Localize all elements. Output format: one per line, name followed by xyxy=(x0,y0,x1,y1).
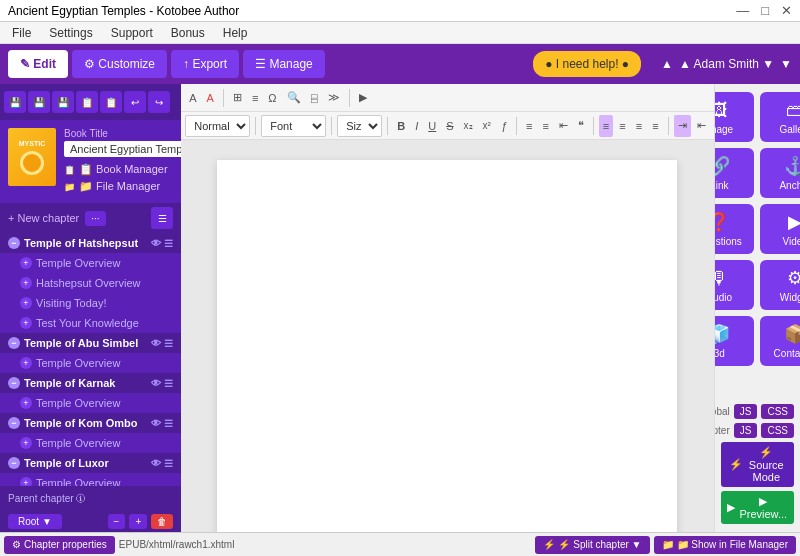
image-button[interactable]: 🖼 Image xyxy=(714,92,755,142)
bold-button[interactable]: B xyxy=(393,115,409,137)
tb-icon-1[interactable]: A xyxy=(185,87,200,109)
chapter-menu-icon-kom[interactable]: ☰ xyxy=(164,418,173,429)
maximize-button[interactable]: □ xyxy=(761,3,769,18)
widget-button[interactable]: ⚙ Widget xyxy=(760,260,800,310)
chapter-menu-icon-luxor[interactable]: ☰ xyxy=(164,458,173,469)
menu-settings[interactable]: Settings xyxy=(41,24,100,42)
strikethrough-button[interactable]: S xyxy=(442,115,457,137)
list-unordered[interactable]: ≡ xyxy=(538,115,552,137)
chapter-menu-icon-karnak[interactable]: ☰ xyxy=(164,378,173,389)
outdent[interactable]: ⇤ xyxy=(555,115,572,137)
chapter-abu-simbel[interactable]: − Temple of Abu Simbel 👁 ☰ xyxy=(0,333,181,353)
minimize-button[interactable]: — xyxy=(736,3,749,18)
user-button[interactable]: ▲ ▲ Adam Smith ▼ ▼ xyxy=(661,57,792,71)
chapter-menu-icon[interactable]: ☰ xyxy=(164,238,173,249)
show-file-button[interactable]: 📁 📁 Show in File Manager xyxy=(654,536,797,554)
chapter-temple-overview-kom[interactable]: + Temple Overview xyxy=(0,433,181,453)
tb-rows[interactable]: ≡ xyxy=(248,87,262,109)
sidebar-tool-2[interactable]: 💾 xyxy=(28,91,50,113)
chapter-luxor[interactable]: − Temple of Luxor 👁 ☰ xyxy=(0,453,181,473)
align-center[interactable]: ≡ xyxy=(615,115,629,137)
menu-file[interactable]: File xyxy=(4,24,39,42)
tb-insert[interactable]: ⌸ xyxy=(307,87,322,109)
menu-bonus[interactable]: Bonus xyxy=(163,24,213,42)
close-button[interactable]: ✕ xyxy=(781,3,792,18)
chapter-eye-icon-karnak[interactable]: 👁 xyxy=(151,378,161,389)
video-button[interactable]: ▶ Video xyxy=(760,204,800,254)
chapter-eye-icon-kom[interactable]: 👁 xyxy=(151,418,161,429)
chapter-visiting[interactable]: + Visiting Today! xyxy=(0,293,181,313)
sidebar-tool-1[interactable]: 💾 xyxy=(4,91,26,113)
sidebar-plus-btn[interactable]: + xyxy=(129,514,147,529)
link-button[interactable]: 🔗 Link xyxy=(714,148,755,198)
questions-button[interactable]: ❓ Questions xyxy=(714,204,755,254)
sidebar-tool-4[interactable]: 📋 xyxy=(76,91,98,113)
superscript-button[interactable]: x² xyxy=(479,115,495,137)
sidebar-tool-3[interactable]: 💾 xyxy=(52,91,74,113)
chapter-hatshepsut[interactable]: − Temple of Hatshepsut 👁 ☰ xyxy=(0,233,181,253)
align-justify[interactable]: ≡ xyxy=(648,115,662,137)
menu-help[interactable]: Help xyxy=(215,24,256,42)
customize-button[interactable]: ⚙ Customize xyxy=(72,50,167,78)
tb-search[interactable]: 🔍 xyxy=(283,87,305,109)
editor-canvas[interactable] xyxy=(181,140,713,532)
chapter-css-button[interactable]: CSS xyxy=(761,423,794,438)
global-css-button[interactable]: CSS xyxy=(761,404,794,419)
chapter-eye-icon-abu[interactable]: 👁 xyxy=(151,338,161,349)
help-button[interactable]: ● I need help! ● xyxy=(533,51,641,77)
subscript-button[interactable]: x₂ xyxy=(460,115,477,137)
sidebar-tool-6[interactable]: ↩ xyxy=(124,91,146,113)
chapter-eye-icon-luxor[interactable]: 👁 xyxy=(151,458,161,469)
italic-button[interactable]: I xyxy=(411,115,422,137)
tb-table[interactable]: ⊞ xyxy=(229,87,246,109)
font-select[interactable]: Font xyxy=(261,115,326,137)
size-select[interactable]: Size xyxy=(337,115,382,137)
manage-button[interactable]: ☰ Manage xyxy=(243,50,325,78)
sidebar-tool-5[interactable]: 📋 xyxy=(100,91,122,113)
sidebar-tool-7[interactable]: ↪ xyxy=(148,91,170,113)
quote[interactable]: ❝ xyxy=(574,115,588,137)
tb-more[interactable]: ≫ xyxy=(324,87,344,109)
clear-format-button[interactable]: ƒ xyxy=(497,115,511,137)
chapter-test-knowledge[interactable]: + Test Your Knowledge xyxy=(0,313,181,333)
chapter-temple-overview-abu[interactable]: + Temple Overview xyxy=(0,353,181,373)
edit-button[interactable]: ✎ ✎ EditEdit xyxy=(8,50,68,78)
book-title-value[interactable]: Ancient Egyptian Temples xyxy=(64,141,181,157)
global-js-button[interactable]: JS xyxy=(734,404,758,419)
chapter-kom-ombo[interactable]: − Temple of Kom Ombo 👁 ☰ xyxy=(0,413,181,433)
underline-button[interactable]: U xyxy=(424,115,440,137)
sidebar-minus-btn[interactable]: − xyxy=(108,514,126,529)
book-manager-btn[interactable]: 📋 📋 Book Manager xyxy=(64,161,181,178)
chapter-temple-overview-1[interactable]: + Temple Overview xyxy=(0,253,181,273)
list-ordered[interactable]: ≡ xyxy=(522,115,536,137)
root-dropdown[interactable]: Root ▼ xyxy=(8,514,62,529)
new-chapter-button[interactable]: + New chapter xyxy=(8,212,79,224)
tb-icon-color[interactable]: A xyxy=(203,87,218,109)
chapter-temple-overview-luxor[interactable]: + Temple Overview xyxy=(0,473,181,486)
menu-support[interactable]: Support xyxy=(103,24,161,42)
align-left[interactable]: ≡ xyxy=(599,115,613,137)
ltr-button[interactable]: ⇥ xyxy=(674,115,691,137)
preview-button[interactable]: ▶ ▶ Preview... xyxy=(721,491,794,524)
chapter-karnak[interactable]: − Temple of Karnak 👁 ☰ xyxy=(0,373,181,393)
export-button[interactable]: ↑ Export xyxy=(171,50,239,78)
split-chapter-button[interactable]: ⚡ ⚡ Split chapter ▼ xyxy=(535,536,649,554)
gallery-button[interactable]: 🗃 Gallery xyxy=(760,92,800,142)
source-mode-button[interactable]: ⚡ ⚡ Source Mode xyxy=(721,442,794,487)
container-button[interactable]: 📦 Container xyxy=(760,316,800,366)
3d-button[interactable]: 🧊 3d xyxy=(714,316,755,366)
chapter-list-toggle[interactable]: ☰ xyxy=(151,207,173,229)
sidebar-del-btn[interactable]: 🗑 xyxy=(151,514,173,529)
audio-button[interactable]: 🎙 Audio xyxy=(714,260,755,310)
align-right[interactable]: ≡ xyxy=(632,115,646,137)
chapter-properties-button[interactable]: ⚙ Chapter properties xyxy=(4,536,115,554)
chapter-hatshepsut-overview[interactable]: + Hatshepsut Overview xyxy=(0,273,181,293)
editor-page[interactable] xyxy=(217,160,677,532)
file-manager-btn[interactable]: 📁 📁 File Manager xyxy=(64,178,181,195)
anchor-button[interactable]: ⚓ Anchor xyxy=(760,148,800,198)
rtl-button[interactable]: ⇤ xyxy=(693,115,710,137)
tb-right-expand[interactable]: ▶ xyxy=(355,87,371,109)
chapter-js-button[interactable]: JS xyxy=(734,423,758,438)
tb-special-char[interactable]: Ω xyxy=(264,87,280,109)
chapter-menu-icon-abu[interactable]: ☰ xyxy=(164,338,173,349)
